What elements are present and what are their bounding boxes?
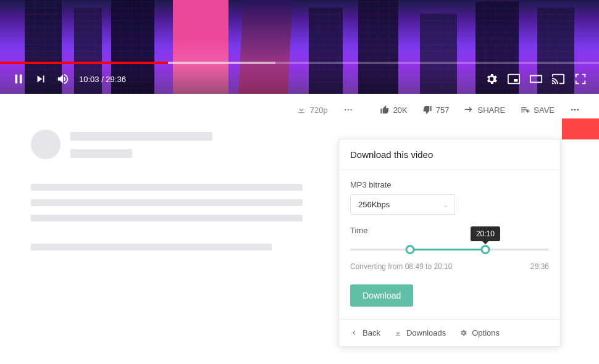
share-label: SHARE — [477, 105, 505, 115]
save-button[interactable]: SAVE — [514, 102, 561, 117]
channel-title-placeholder — [70, 132, 212, 141]
likes-count: 20K — [393, 105, 408, 115]
quality-label: 720p — [310, 105, 328, 115]
volume-button[interactable] — [52, 68, 74, 90]
quality-more-button[interactable] — [337, 102, 360, 117]
slider-handle-start[interactable] — [405, 245, 414, 254]
video-player: 10:03 / 29:36 — [0, 0, 599, 94]
channel-sub-placeholder — [70, 149, 132, 158]
time-label: Time — [350, 226, 549, 235]
settings-button[interactable] — [480, 68, 503, 90]
download-panel: Download this video MP3 bitrate 256Kbps … — [338, 139, 561, 347]
time-range-slider[interactable]: 20:10 — [350, 240, 549, 259]
total-time: 29:36 — [530, 262, 549, 271]
downloads-button[interactable]: Downloads — [394, 328, 446, 337]
video-actions-row: 720p 20K 757 SHARE SAVE — [0, 94, 599, 123]
channel-avatar[interactable] — [31, 130, 61, 159]
bitrate-select[interactable]: 256Kbps ⌄ — [350, 194, 455, 215]
time-display: 10:03 / 29:36 — [79, 75, 126, 84]
download-button[interactable]: Download — [350, 284, 413, 307]
chevron-down-icon: ⌄ — [443, 201, 448, 209]
back-button[interactable]: Back — [350, 328, 380, 337]
svg-point-0 — [345, 109, 346, 111]
download-quality-button[interactable]: 720p — [290, 102, 334, 117]
slider-fill — [410, 249, 485, 250]
bitrate-label: MP3 bitrate — [350, 180, 549, 189]
converting-text: Converting from 08:49 to 20:10 — [350, 262, 452, 271]
svg-point-2 — [350, 109, 352, 111]
dislikes-count: 757 — [436, 105, 450, 115]
svg-point-1 — [347, 109, 349, 111]
cast-button[interactable] — [547, 68, 569, 90]
slider-tooltip: 20:10 — [471, 226, 500, 241]
description-line — [31, 199, 303, 206]
like-button[interactable]: 20K — [374, 102, 414, 117]
share-button[interactable]: SHARE — [458, 102, 511, 117]
fullscreen-button[interactable] — [569, 68, 592, 90]
svg-point-5 — [577, 109, 579, 111]
description-line — [31, 184, 303, 191]
player-controls: 10:03 / 29:36 — [0, 64, 599, 94]
next-button[interactable] — [30, 68, 52, 90]
bitrate-value: 256Kbps — [358, 200, 390, 209]
more-actions-button[interactable] — [563, 102, 587, 117]
download-panel-title: Download this video — [339, 139, 560, 170]
description-line — [31, 215, 303, 221]
svg-point-3 — [571, 109, 573, 111]
options-button[interactable]: Options — [459, 328, 500, 337]
dislike-button[interactable]: 757 — [416, 102, 456, 117]
svg-point-4 — [574, 109, 576, 111]
save-label: SAVE — [534, 105, 555, 115]
miniplayer-button[interactable] — [503, 68, 525, 90]
theater-button[interactable] — [525, 68, 547, 90]
pause-button[interactable] — [7, 68, 30, 90]
description-line — [31, 244, 272, 250]
